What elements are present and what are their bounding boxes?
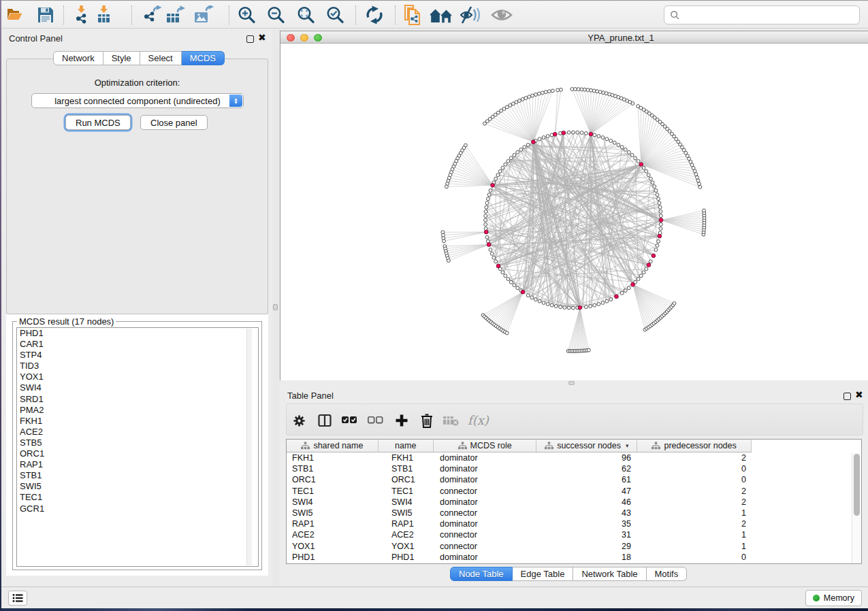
mcds-result-item[interactable]: CAR1 <box>17 339 258 350</box>
mcds-result-item[interactable]: GCR1 <box>17 503 258 514</box>
splitter-handle[interactable] <box>273 304 278 310</box>
table-row[interactable]: FKH1FKH1dominator962 <box>287 452 862 463</box>
save-session-button[interactable] <box>35 5 56 24</box>
optimization-criterion-label: Optimization criterion: <box>7 78 268 88</box>
table-row[interactable]: RAP1RAP1dominator352 <box>287 518 862 529</box>
table-scrollbar-thumb[interactable] <box>854 454 860 516</box>
tab-network-table[interactable]: Network Table <box>573 567 646 581</box>
zoom-in-button[interactable] <box>236 5 257 24</box>
table-row[interactable]: YOX1YOX1connector291 <box>287 541 862 552</box>
mcds-result-item[interactable]: PMA2 <box>17 405 258 416</box>
cell-successors: 46 <box>537 497 638 507</box>
table-row[interactable]: STB1STB1dominator620 <box>287 463 862 474</box>
network-window-titlebar[interactable]: YPA_prune.txt_1 <box>280 31 868 44</box>
table-row[interactable]: PHD1PHD1dominator180 <box>287 552 862 563</box>
criterion-select[interactable]: largest connected component (undirected)… <box>31 93 244 108</box>
column-header-shared-name[interactable]: shared name <box>287 440 379 452</box>
hide-selected-button[interactable] <box>461 5 481 24</box>
column-header-successor-nodes[interactable]: successor nodes ▾ <box>536 440 637 452</box>
mcds-result-item[interactable]: SWI4 <box>17 382 258 393</box>
table-scrollbar[interactable] <box>852 453 861 563</box>
show-column-panel-button[interactable] <box>315 410 335 431</box>
mcds-result-item[interactable]: SWI5 <box>17 481 258 492</box>
close-panel-icon[interactable]: ✖ <box>258 32 266 43</box>
tab-style[interactable]: Style <box>103 51 140 65</box>
eye-icon <box>491 7 513 23</box>
mcds-result-item[interactable]: ORC1 <box>17 448 258 459</box>
column-header-MCDS-role[interactable]: MCDS role <box>434 440 537 452</box>
close-traffic-light[interactable] <box>287 34 295 42</box>
close-panel-button[interactable]: Close panel <box>140 115 208 130</box>
mcds-result-item[interactable]: FKH1 <box>17 416 258 427</box>
import-table-from-file-button[interactable] <box>94 5 114 24</box>
mcds-result-item[interactable]: TEC1 <box>17 492 258 503</box>
close-table-panel-icon[interactable]: ✖ <box>855 389 863 400</box>
select-all-columns-button[interactable] <box>339 410 359 431</box>
table-splitter-handle[interactable] <box>568 381 575 385</box>
panel-splitter[interactable] <box>272 29 280 586</box>
result-list-scrollbar[interactable] <box>246 329 252 565</box>
mcds-result-item[interactable]: STB1 <box>17 470 258 481</box>
show-all-button[interactable] <box>492 5 512 24</box>
column-settings-button[interactable] <box>289 410 309 431</box>
mcds-result-item[interactable]: PHD1 <box>17 328 258 339</box>
table-row[interactable]: SWI4SWI4dominator462 <box>287 497 862 508</box>
tab-motifs[interactable]: Motifs <box>647 567 688 581</box>
memory-button[interactable]: Memory <box>805 590 862 606</box>
main-toolbar <box>1 1 868 29</box>
apply-preferred-layout-button[interactable] <box>364 5 385 24</box>
tab-select[interactable]: Select <box>140 51 182 65</box>
task-history-button[interactable] <box>8 591 27 606</box>
zoom-out-button[interactable] <box>266 5 286 24</box>
run-mcds-button[interactable]: Run MCDS <box>65 115 131 130</box>
mcds-result-item[interactable]: TID3 <box>17 361 258 371</box>
mcds-result-item[interactable]: YOX1 <box>17 371 258 382</box>
zoom-traffic-light[interactable] <box>314 34 322 42</box>
mcds-result-item[interactable]: SRD1 <box>17 394 258 405</box>
cell-name: STB1 <box>379 464 434 474</box>
mcds-result-item[interactable]: STB5 <box>17 437 258 448</box>
tab-mcds[interactable]: MCDS <box>182 51 225 65</box>
minimize-traffic-light[interactable] <box>300 34 308 42</box>
column-filter-icon[interactable]: ▾ <box>626 442 629 449</box>
mcds-result-item[interactable]: STP4 <box>17 350 258 361</box>
new-network-from-selection-button[interactable] <box>402 5 423 24</box>
float-table-panel-icon[interactable] <box>843 393 851 400</box>
table-delete-icon <box>443 414 459 427</box>
tab-node-table[interactable]: Node Table <box>450 567 513 581</box>
network-window-title: YPA_prune.txt_1 <box>546 33 696 43</box>
table-row[interactable]: ORC1ORC1dominator610 <box>287 474 862 485</box>
network-canvas[interactable] <box>280 44 868 380</box>
create-new-column-button[interactable] <box>391 410 412 431</box>
zoom-selected-icon <box>325 5 344 24</box>
mcds-result-item[interactable]: RAP1 <box>17 459 258 470</box>
function-builder-button: f(x) <box>468 410 489 431</box>
cytoscape-window: Control Panel ✖ NetworkStyleSelectMCDS O… <box>1 0 868 608</box>
float-panel-icon[interactable] <box>246 35 254 43</box>
toolbar-separator <box>229 5 229 24</box>
open-file-button[interactable] <box>5 5 25 24</box>
refresh-icon <box>365 5 384 24</box>
cell-predecessors: 0 <box>638 475 752 484</box>
export-network-button[interactable] <box>142 5 163 24</box>
delete-columns-button[interactable] <box>417 410 437 431</box>
table-splitter[interactable] <box>280 380 868 386</box>
mcds-result-list[interactable]: PHD1CAR1STP4TID3YOX1SWI4SRD1PMA2FKH1ACE2… <box>16 327 259 567</box>
tab-edge-table[interactable]: Edge Table <box>513 567 574 581</box>
import-network-from-file-button[interactable] <box>71 5 92 24</box>
column-header-predecessor-nodes[interactable]: predecessor nodes <box>637 440 751 452</box>
search-input[interactable] <box>684 10 854 20</box>
table-row[interactable]: ACE2ACE2connector311 <box>287 529 862 540</box>
mcds-result-item[interactable]: ACE2 <box>17 427 258 437</box>
cell-predecessors: 0 <box>638 464 752 474</box>
table-row[interactable]: TEC1TEC1connector472 <box>287 486 862 497</box>
unselect-all-columns-button[interactable] <box>365 410 385 431</box>
column-header-name[interactable]: name <box>379 440 434 452</box>
zoom-fit-button[interactable] <box>295 5 316 24</box>
tab-network[interactable]: Network <box>53 51 103 65</box>
table-row[interactable]: SWI5SWI5connector431 <box>287 508 862 518</box>
first-neighbors-button[interactable] <box>431 5 451 24</box>
export-image-button[interactable] <box>193 5 214 24</box>
zoom-selected-button[interactable] <box>325 5 345 24</box>
export-table-button[interactable] <box>165 5 186 24</box>
